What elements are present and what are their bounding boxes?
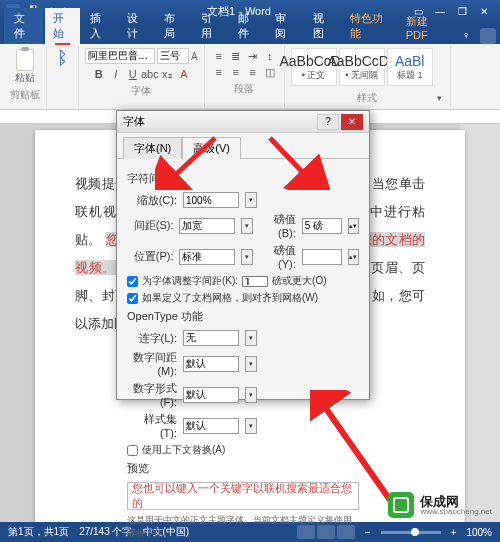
styles-more-icon[interactable]: ▾	[435, 91, 444, 105]
italic-button[interactable]: I	[108, 66, 124, 82]
spinner-icon[interactable]: ▴▾	[348, 249, 359, 265]
spacing-label: 间距(S):	[127, 218, 173, 233]
tab-home[interactable]: 开始	[45, 8, 80, 44]
style-heading1[interactable]: AaBl 标题 1	[387, 48, 433, 86]
spacing-select[interactable]	[179, 218, 235, 234]
grid-checkbox[interactable]	[127, 293, 138, 304]
numbering-button[interactable]: ≣	[228, 48, 244, 64]
dropdown-icon[interactable]: ▾	[245, 387, 257, 403]
group-label: 字体	[131, 84, 151, 98]
shading-button[interactable]: ◫	[262, 64, 278, 80]
svg-line-0	[170, 138, 215, 180]
tab-refs[interactable]: 引用	[193, 8, 228, 44]
spacing-pt-input[interactable]	[302, 218, 342, 234]
scale-label: 缩放(C):	[127, 193, 177, 208]
group-label: 段落	[234, 82, 254, 96]
kerning-unit: 磅或更大(O)	[272, 274, 326, 288]
strike-button[interactable]: abc	[142, 66, 158, 82]
position-select[interactable]	[179, 249, 235, 265]
spacing-pt-label: 磅值(B):	[259, 212, 296, 239]
paste-button[interactable]: 粘贴	[10, 48, 40, 86]
contextual-label: 使用上下文替换(A)	[142, 443, 225, 457]
ligature-select[interactable]	[183, 330, 239, 346]
tab-design[interactable]: 设计	[119, 8, 154, 44]
tab-layout[interactable]: 布局	[156, 8, 191, 44]
svg-line-1	[270, 138, 308, 178]
position-pt-label: 磅值(Y):	[259, 243, 296, 270]
paragraph-group: ≡ ≣ ⇥ ↕ ≡ ≡ ≡ ◫ 段落	[205, 46, 285, 107]
tab-special[interactable]: 特色功能	[342, 8, 396, 44]
scale-select[interactable]	[183, 192, 239, 208]
clipboard-icon	[16, 49, 34, 71]
tab-mail[interactable]: 邮件	[230, 8, 265, 44]
align-right-button[interactable]: ≡	[245, 64, 261, 80]
clipboard-group: 粘贴 剪贴板	[4, 46, 47, 107]
watermark: 保成网 www.sbaocheng.net	[388, 492, 492, 518]
numform-select[interactable]	[183, 387, 239, 403]
dropdown-icon[interactable]: ▾	[241, 218, 252, 234]
grow-font-icon[interactable]: A	[191, 51, 198, 62]
numspacing-label: 数字间距(M):	[127, 350, 177, 377]
zoom-level[interactable]: 100%	[466, 527, 492, 538]
indent-button[interactable]: ⇥	[245, 48, 261, 64]
bold-button[interactable]: B	[91, 66, 107, 82]
bullets-button[interactable]: ≡	[211, 48, 227, 64]
numspacing-select[interactable]	[183, 356, 239, 372]
dialog-note: 这是用于中文的正文主题字体。当前文档主题定义将使用哪种字体。	[127, 514, 359, 540]
tab-review[interactable]: 审阅	[267, 8, 302, 44]
zoom-slider[interactable]	[381, 531, 441, 534]
section-opentype: OpenType 功能	[127, 309, 359, 324]
spinner-icon[interactable]: ▴▾	[348, 218, 359, 234]
kerning-label: 为字体调整字间距(K):	[142, 274, 238, 288]
annotation-arrow-3	[310, 390, 400, 510]
watermark-cn: 保成网	[420, 495, 492, 508]
watermark-logo-icon	[388, 492, 414, 518]
tab-view[interactable]: 视图	[305, 8, 340, 44]
align-center-button[interactable]: ≡	[228, 64, 244, 80]
tab-insert[interactable]: 插入	[82, 8, 117, 44]
subscript-button[interactable]: x₂	[159, 66, 175, 82]
sort-button[interactable]: ↕	[262, 48, 278, 64]
font-name-select[interactable]	[85, 48, 155, 64]
dialog-title: 字体	[123, 114, 145, 129]
svg-line-2	[320, 400, 390, 500]
position-label: 位置(P):	[127, 249, 173, 264]
dialog-close-button[interactable]: ✕	[341, 114, 363, 130]
style-nospacing[interactable]: AaBbCcDc • 无间隔	[339, 48, 385, 86]
bluetooth-icon[interactable]: ᛒ	[57, 48, 68, 69]
kerning-checkbox[interactable]	[127, 276, 138, 287]
underline-button[interactable]: U	[125, 66, 141, 82]
dropdown-icon[interactable]: ▾	[245, 418, 257, 434]
contextual-checkbox[interactable]	[127, 445, 138, 456]
dropdown-icon[interactable]: ▾	[245, 330, 257, 346]
annotation-arrow-1	[155, 130, 225, 190]
scrollbar-area[interactable]	[460, 124, 500, 532]
dropdown-icon[interactable]: ▾	[241, 249, 252, 265]
font-group: A B I U abc x₂ A 字体	[79, 46, 205, 107]
close-button[interactable]: ✕	[474, 3, 494, 19]
annotation-arrow-2	[260, 130, 330, 190]
position-pt-input[interactable]	[302, 249, 342, 265]
dropdown-icon[interactable]: ▾	[245, 192, 257, 208]
tab-file[interactable]: 文件	[4, 8, 43, 44]
group-label: 剪贴板	[10, 88, 40, 102]
group-label: 样式	[357, 91, 377, 105]
kerning-value[interactable]	[242, 276, 268, 287]
page-count[interactable]: 第1页，共1页	[8, 525, 69, 539]
tab-pdf[interactable]: 新建PDF	[398, 11, 452, 44]
styleset-select[interactable]	[183, 418, 239, 434]
align-left-button[interactable]: ≡	[211, 64, 227, 80]
styleset-label: 样式集(T):	[127, 412, 177, 439]
font-color-button[interactable]: A	[176, 66, 192, 82]
tab-help[interactable]: ♀	[454, 26, 478, 44]
ribbon: 粘贴 剪贴板 ᛒ A B I U abc x₂ A 字体 ≡ ≣ ⇥ ↕ ≡	[0, 44, 500, 110]
maximize-button[interactable]: ❐	[452, 3, 472, 19]
font-size-select[interactable]	[157, 48, 189, 64]
dialog-help-button[interactable]: ?	[317, 114, 339, 130]
numform-label: 数字形式(F):	[127, 381, 177, 408]
share-icon[interactable]	[480, 28, 496, 44]
dropdown-icon[interactable]: ▾	[245, 356, 257, 372]
styles-group: AaBbCcDc • 正文 AaBbCcDc • 无间隔 AaBl 标题 1 ▾…	[285, 46, 451, 107]
zoom-in-button[interactable]: +	[451, 527, 457, 538]
ribbon-tabs: 文件 开始 插入 设计 布局 引用 邮件 审阅 视图 特色功能 新建PDF ♀	[0, 22, 500, 44]
